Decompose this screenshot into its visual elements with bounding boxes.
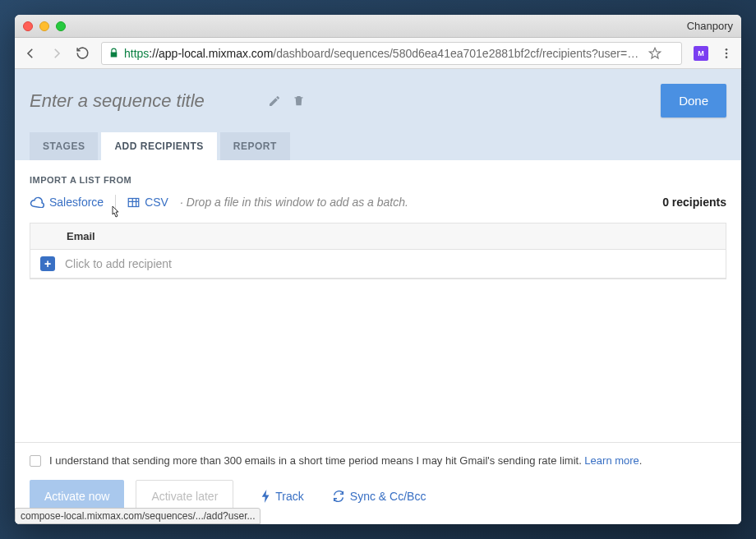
sequence-title-input[interactable]: [30, 90, 256, 112]
table-icon: [127, 197, 140, 208]
app-content: Done STAGES ADD RECIPIENTS REPORT IMPORT…: [15, 69, 741, 524]
bolt-icon: [261, 490, 270, 503]
nav-bar: https://app-local.mixmax.com/dashboard/s…: [15, 38, 741, 69]
reload-button[interactable]: [76, 46, 90, 60]
app-header: Done STAGES ADD RECIPIENTS REPORT: [15, 69, 741, 160]
learn-more-link[interactable]: Learn more: [584, 454, 638, 467]
divider: [115, 195, 116, 210]
tab-add-recipients[interactable]: ADD RECIPIENTS: [101, 132, 216, 160]
forward-button[interactable]: [49, 46, 64, 61]
svg-point-1: [726, 52, 728, 54]
add-recipient-row[interactable]: + Click to add recipient: [30, 250, 726, 279]
cloud-icon: [30, 196, 44, 208]
add-recipient-placeholder: Click to add recipient: [65, 257, 172, 270]
csv-hint-sep: ·: [180, 196, 183, 209]
profile-name[interactable]: Chanpory: [687, 20, 733, 32]
confirm-text: I understand that sending more than 300 …: [49, 454, 642, 467]
minimize-window-button[interactable]: [39, 21, 49, 31]
window-controls: [23, 21, 66, 31]
close-window-button[interactable]: [23, 21, 33, 31]
delete-icon[interactable]: [293, 94, 305, 107]
chrome-menu-icon[interactable]: [720, 47, 733, 60]
import-heading: IMPORT A LIST FROM: [30, 175, 726, 185]
svg-point-2: [726, 56, 728, 58]
edit-icon[interactable]: [268, 94, 281, 108]
recipients-table: Email + Click to add recipient: [30, 223, 726, 279]
status-bar: compose-local.mixmax.com/sequences/.../a…: [15, 508, 260, 524]
svg-rect-3: [128, 198, 139, 206]
track-link[interactable]: Track: [261, 490, 303, 503]
confirm-checkbox[interactable]: [30, 455, 41, 467]
app-tabs: STAGES ADD RECIPIENTS REPORT: [30, 132, 726, 160]
mixmax-extension-icon[interactable]: M: [694, 46, 708, 61]
address-bar[interactable]: https://app-local.mixmax.com/dashboard/s…: [101, 42, 682, 65]
title-bar: Chanpory: [15, 15, 741, 38]
csv-label: CSV: [145, 196, 168, 209]
add-icon[interactable]: +: [40, 256, 55, 271]
import-salesforce-link[interactable]: Salesforce: [30, 196, 104, 209]
done-button[interactable]: Done: [661, 84, 726, 117]
salesforce-label: Salesforce: [49, 196, 104, 209]
tab-stages[interactable]: STAGES: [30, 132, 98, 160]
main-area: IMPORT A LIST FROM Salesforce CSV · Drop: [15, 160, 741, 442]
sync-link[interactable]: Sync & Cc/Bcc: [332, 490, 426, 503]
column-header-email: Email: [30, 223, 726, 250]
maximize-window-button[interactable]: [56, 21, 66, 31]
bookmark-icon[interactable]: [648, 47, 662, 60]
browser-window: M Mixmax × Chanpory https://app-loc: [15, 15, 741, 524]
import-csv-link[interactable]: CSV: [127, 196, 168, 209]
lock-icon: [108, 48, 119, 58]
sync-icon: [332, 491, 345, 502]
tab-report[interactable]: REPORT: [220, 132, 290, 160]
csv-hint: Drop a file in this window to add as a b…: [187, 196, 408, 209]
back-button[interactable]: [23, 46, 38, 61]
recipients-count: 0 recipients: [662, 196, 726, 209]
url-text: https://app-local.mixmax.com/dashboard/s…: [124, 47, 638, 60]
svg-point-0: [726, 48, 728, 51]
